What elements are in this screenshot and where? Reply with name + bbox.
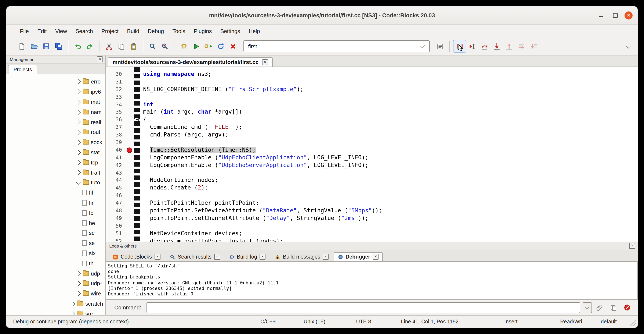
line-number[interactable]: 41 <box>106 154 122 161</box>
minimize-button[interactable] <box>596 10 606 20</box>
code-line[interactable] <box>143 192 638 199</box>
copy-button[interactable] <box>115 40 128 52</box>
menu-view[interactable]: View <box>51 26 71 36</box>
chevron-right-icon[interactable] <box>76 150 80 155</box>
chevron-right-icon[interactable] <box>70 301 75 306</box>
code-line[interactable]: NetDeviceContainer devices; <box>143 229 638 237</box>
line-number[interactable]: 30 <box>106 70 122 78</box>
line-number[interactable]: 49 <box>106 214 122 222</box>
command-history-button[interactable] <box>582 302 592 313</box>
menu-debug[interactable]: Debug <box>144 26 168 36</box>
run-to-cursor-button[interactable] <box>466 40 478 52</box>
undo-button[interactable] <box>72 40 84 52</box>
chevron-right-icon[interactable] <box>76 130 80 134</box>
tree-item-tcp[interactable]: tcp <box>6 157 106 168</box>
logs-tab-build-log[interactable]: ⚙Build log <box>225 252 270 261</box>
fold-marker[interactable] <box>135 117 139 122</box>
tree-item-src[interactable]: src <box>6 309 106 315</box>
chevron-right-icon[interactable] <box>76 170 80 175</box>
code-line[interactable]: { <box>143 116 638 124</box>
chevron-right-icon[interactable] <box>76 110 80 114</box>
debug-continue-button[interactable] <box>453 40 466 53</box>
line-number[interactable]: 39 <box>106 139 122 146</box>
tree-item-wire[interactable]: wire <box>6 288 106 299</box>
code-line[interactable]: cmd.Parse (argc, argv); <box>143 131 638 139</box>
code-line[interactable] <box>143 222 638 230</box>
line-number[interactable]: 52 <box>106 237 122 242</box>
menu-edit[interactable]: Edit <box>33 26 51 36</box>
line-number-gutter[interactable]: 3031323334353637383940414243444546474849… <box>106 67 125 242</box>
tree-item-udp[interactable]: udp <box>6 268 106 278</box>
line-number[interactable]: 45 <box>106 184 122 192</box>
editor-tab-first-cc[interactable]: mnt/dev/tools/source/ns-3-dev/examples/t… <box>108 57 272 67</box>
code-line[interactable] <box>143 169 638 177</box>
tree-item-scratch[interactable]: scratch <box>6 299 106 309</box>
code-editor[interactable]: 3031323334353637383940414243444546474849… <box>106 67 638 242</box>
run-button[interactable] <box>190 40 202 52</box>
logs-tab-search-results[interactable]: Search results <box>165 252 224 261</box>
breakpoint-marker[interactable] <box>126 147 132 153</box>
line-number[interactable]: 47 <box>106 199 122 207</box>
chevron-right-icon[interactable] <box>76 291 80 296</box>
logs-tab-build-messages[interactable]: Build messages <box>270 252 333 261</box>
step-into-button[interactable] <box>491 40 503 52</box>
chevron-right-icon[interactable] <box>76 120 80 124</box>
tree-item-ipv6[interactable]: ipv6 <box>6 87 106 97</box>
step-out-button[interactable] <box>503 40 515 52</box>
close-icon[interactable] <box>260 254 266 260</box>
command-input[interactable] <box>146 302 580 313</box>
menu-plugins[interactable]: Plugins <box>190 26 216 36</box>
cut-button[interactable] <box>103 40 115 52</box>
build-button[interactable]: ⚙ <box>178 40 190 52</box>
code-line[interactable]: main (int argc, char *argv[]) <box>143 108 638 116</box>
tab-projects[interactable]: Projects <box>8 65 38 74</box>
code-line[interactable]: nodes.Create (2); <box>143 184 638 192</box>
line-number[interactable]: 37 <box>106 123 122 131</box>
save-button[interactable] <box>40 40 52 52</box>
close-icon[interactable] <box>323 254 329 260</box>
tree-item-mat[interactable]: mat <box>6 97 106 107</box>
rebuild-button[interactable] <box>215 40 227 52</box>
line-number[interactable]: 40 <box>106 146 122 154</box>
tree-item-th[interactable]: th <box>6 258 106 268</box>
fold-margin[interactable] <box>134 67 140 242</box>
code-line[interactable]: using namespace ns3; <box>143 70 638 78</box>
code-line[interactable]: int <box>143 101 638 108</box>
tree-item-nam[interactable]: nam <box>6 107 106 117</box>
new-file-button[interactable] <box>16 40 28 52</box>
code-line[interactable]: CommandLine cmd (__FILE__); <box>143 123 638 131</box>
tree-item-reall[interactable]: reall <box>6 117 106 127</box>
debugger-output[interactable]: Setting SHELL to '/bin/sh'doneSetting br… <box>106 261 638 300</box>
line-number[interactable]: 35 <box>106 108 122 116</box>
menu-tools[interactable]: Tools <box>168 26 190 36</box>
line-number[interactable]: 44 <box>106 177 122 184</box>
tree-item-se[interactable]: se <box>6 228 106 238</box>
next-instruction-button[interactable] <box>515 40 528 52</box>
toolbar-overflow-button[interactable] <box>622 40 634 52</box>
select-target-button[interactable] <box>434 40 446 52</box>
code-line[interactable]: pointToPoint.SetChannelAttribute ("Delay… <box>143 214 638 222</box>
replace-button[interactable] <box>159 40 171 52</box>
resize-grip[interactable] <box>628 318 636 326</box>
tree-item-stat[interactable]: stat <box>6 147 106 157</box>
line-number[interactable]: 51 <box>106 229 122 237</box>
stop-debugger-button[interactable] <box>622 302 632 313</box>
menu-search[interactable]: Search <box>71 26 97 36</box>
tree-item-fo[interactable]: fo <box>6 208 106 218</box>
save-all-button[interactable] <box>52 40 65 52</box>
chevron-right-icon[interactable] <box>76 90 80 94</box>
chevron-right-icon[interactable] <box>76 80 80 84</box>
line-number[interactable]: 33 <box>106 93 122 101</box>
line-number[interactable]: 36 <box>106 116 122 124</box>
tree-item-fir[interactable]: fir <box>6 198 106 208</box>
code-area[interactable]: using namespace ns3;NS_LOG_COMPONENT_DEF… <box>140 67 638 242</box>
code-line[interactable]: LogComponentEnable ("UdpEchoClientApplic… <box>143 154 638 161</box>
chevron-right-icon[interactable] <box>76 100 80 104</box>
tree-item-tuto[interactable]: tuto <box>6 178 106 188</box>
menu-settings[interactable]: Settings <box>216 26 244 36</box>
close-icon[interactable] <box>97 56 103 62</box>
line-number[interactable]: 31 <box>106 78 122 86</box>
close-button[interactable] <box>624 11 632 19</box>
tree-item-six[interactable]: six <box>6 248 106 258</box>
tree-item-udp-[interactable]: udp- <box>6 278 106 289</box>
